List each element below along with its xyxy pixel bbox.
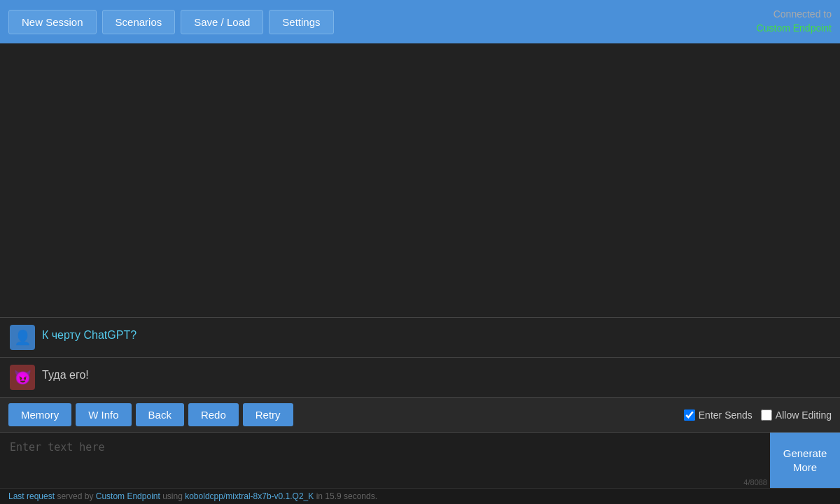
table-row: 👤 К черту ChatGPT? (0, 318, 840, 357)
winfo-button[interactable]: W Info (76, 403, 131, 426)
table-row: 😈 Туда его! (0, 358, 840, 397)
bottom-toolbar: Memory W Info Back Redo Retry Enter Send… (0, 397, 840, 432)
settings-button[interactable]: Settings (269, 10, 333, 34)
toolbar-right: Enter Sends Allow Editing (684, 410, 832, 421)
input-row: 4/8088 Generate More (0, 432, 840, 488)
new-session-button[interactable]: New Session (8, 10, 97, 34)
ai-message-text: Туда его! (42, 365, 89, 382)
allow-editing-checkbox[interactable] (761, 410, 772, 421)
user-message-text: К черту ChatGPT? (42, 325, 136, 342)
text-input[interactable] (0, 433, 770, 488)
avatar-user: 👤 (10, 325, 35, 350)
model-link[interactable]: koboldcpp/mixtral-8x7b-v0.1.Q2_K (185, 491, 314, 501)
memory-button[interactable]: Memory (8, 403, 71, 426)
chat-messages: 👤 К черту ChatGPT? 😈 Туда его! (0, 317, 840, 397)
header: New Session Scenarios Save / Load Settin… (0, 0, 840, 43)
char-count: 4/8088 (743, 478, 767, 486)
avatar-ai: 😈 (10, 365, 35, 390)
served-by-text: served by (57, 491, 95, 501)
enter-sends-label[interactable]: Enter Sends (684, 410, 752, 421)
connection-label: Connected to (774, 8, 832, 20)
redo-button[interactable]: Redo (188, 403, 239, 426)
allow-editing-label[interactable]: Allow Editing (761, 410, 832, 421)
chat-area: 👤 К черту ChatGPT? 😈 Туда его! (0, 43, 840, 397)
generate-more-button[interactable]: Generate More (770, 433, 840, 488)
input-wrapper: 4/8088 (0, 433, 770, 488)
status-bar: Last request served by Custom Endpoint u… (0, 488, 840, 504)
connection-endpoint: Custom Endpoint (757, 22, 832, 36)
back-button[interactable]: Back (136, 403, 184, 426)
generate-line1: Generate (783, 447, 827, 459)
suffix-text: in 15.9 seconds. (316, 491, 377, 501)
using-text: using (162, 491, 185, 501)
enter-sends-text: Enter Sends (699, 410, 752, 421)
connection-status: Connected to Custom Endpoint (757, 8, 832, 35)
retry-button[interactable]: Retry (243, 403, 293, 426)
enter-sends-checkbox[interactable] (684, 410, 695, 421)
generate-line2: More (793, 461, 817, 473)
last-request-link[interactable]: Last request (8, 491, 55, 501)
scenarios-button[interactable]: Scenarios (102, 10, 176, 34)
allow-editing-text: Allow Editing (776, 410, 832, 421)
save-load-button[interactable]: Save / Load (181, 10, 263, 34)
endpoint-link[interactable]: Custom Endpoint (96, 491, 160, 501)
